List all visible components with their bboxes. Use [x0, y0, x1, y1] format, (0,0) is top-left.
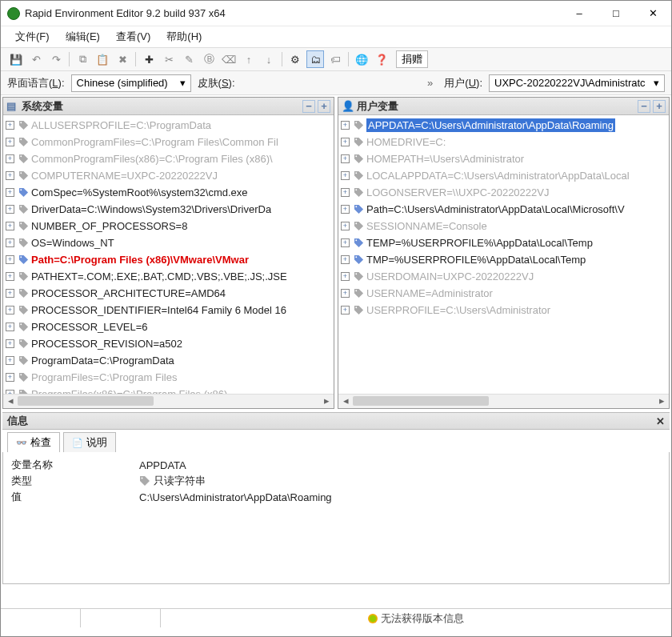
expand-icon[interactable]: + — [341, 238, 350, 247]
up-icon[interactable]: ↑ — [240, 50, 258, 68]
user-vars-tree[interactable]: +APPDATA=C:\Users\Administrator\AppData\… — [338, 115, 669, 394]
redo-icon[interactable]: ↷ — [47, 50, 65, 68]
scroll-thumb[interactable] — [18, 396, 154, 406]
gear-icon[interactable]: ⚙ — [286, 50, 304, 68]
hscrollbar[interactable]: ◂ ▸ — [338, 394, 669, 408]
expand-icon[interactable]: + — [318, 100, 330, 113]
var-row[interactable]: +CommonProgramFiles(x86)=C:\Program File… — [3, 150, 334, 167]
hscrollbar[interactable]: ◂ ▸ — [3, 394, 334, 408]
undo-icon[interactable]: ↶ — [27, 50, 45, 68]
expand-icon[interactable]: + — [341, 255, 350, 264]
var-row[interactable]: +HOMEPATH=\Users\Administrator — [338, 150, 669, 167]
expand-icon[interactable]: + — [6, 238, 14, 247]
var-row[interactable]: +TEMP=%USERPROFILE%\AppData\Local\Temp — [338, 234, 669, 251]
var-row[interactable]: +ProgramData=C:\ProgramData — [3, 352, 334, 369]
var-row[interactable]: +Path=C:\Program Files (x86)\VMware\VMwa… — [3, 251, 334, 268]
menu-view[interactable]: 查看(V) — [108, 28, 158, 46]
expand-icon[interactable]: + — [653, 100, 666, 113]
expand-icon[interactable]: + — [6, 373, 14, 382]
var-row[interactable]: +COMPUTERNAME=UXPC-20220222VJ — [3, 167, 334, 184]
menu-edit[interactable]: 编辑(E) — [58, 28, 108, 46]
scroll-left-icon[interactable]: ◂ — [338, 395, 353, 408]
var-row[interactable]: +LOCALAPPDATA=C:\Users\Administrator\App… — [338, 167, 669, 184]
scroll-right-icon[interactable]: ▸ — [319, 395, 334, 408]
lang-select[interactable]: Chinese (simplified)▾ — [71, 74, 191, 92]
globe-icon[interactable]: 🌐 — [353, 50, 370, 68]
expand-icon[interactable]: + — [6, 272, 14, 281]
expand-icon[interactable]: + — [6, 138, 14, 146]
add-icon[interactable]: ✚ — [140, 50, 158, 68]
donate-button[interactable]: 捐赠 — [396, 50, 428, 68]
var-row[interactable]: +USERPROFILE=C:\Users\Administrator — [338, 302, 669, 318]
expand-icon[interactable]: + — [6, 171, 14, 180]
expander-icon[interactable]: » — [422, 77, 438, 89]
maximize-button[interactable]: □ — [598, 1, 634, 26]
cut-icon[interactable]: ✂ — [160, 50, 178, 68]
var-row[interactable]: +PROCESSOR_ARCHITECTURE=AMD64 — [3, 285, 334, 302]
delete-icon[interactable]: ✖ — [114, 50, 131, 68]
var-row[interactable]: +SESSIONNAME=Console — [338, 218, 669, 234]
expand-icon[interactable]: + — [341, 121, 350, 130]
expand-icon[interactable]: + — [6, 121, 14, 130]
clear-icon[interactable]: ⌫ — [220, 50, 238, 68]
var-row[interactable]: +Path=C:\Users\Administrator\AppData\Loc… — [338, 201, 669, 218]
expand-icon[interactable]: + — [341, 289, 350, 298]
var-row[interactable]: +HOMEDRIVE=C: — [338, 134, 669, 150]
expand-icon[interactable]: + — [6, 205, 14, 214]
var-row[interactable]: +ProgramFiles=C:\Program Files — [3, 369, 334, 386]
close-button[interactable]: ✕ — [634, 1, 671, 26]
expand-icon[interactable]: + — [341, 306, 350, 314]
var-row[interactable]: +DriverData=C:\Windows\System32\Drivers\… — [3, 201, 334, 218]
expand-icon[interactable]: + — [341, 188, 350, 197]
var-row[interactable]: +PATHEXT=.COM;.EXE;.BAT;.CMD;.VBS;.VBE;.… — [3, 268, 334, 285]
expand-icon[interactable]: + — [6, 255, 14, 264]
system-vars-tree[interactable]: +ALLUSERSPROFILE=C:\ProgramData+CommonPr… — [3, 115, 334, 394]
copy-icon[interactable]: ⧉ — [74, 50, 91, 68]
expand-icon[interactable]: + — [341, 154, 350, 163]
scroll-thumb[interactable] — [353, 396, 489, 406]
var-row[interactable]: +PROCESSOR_REVISION=a502 — [3, 335, 334, 352]
info-close-icon[interactable]: ✕ — [656, 415, 665, 427]
save-icon[interactable]: 💾 — [7, 50, 25, 68]
expand-icon[interactable]: + — [6, 306, 14, 314]
expand-icon[interactable]: + — [341, 222, 350, 230]
var-row[interactable]: +LOGONSERVER=\\UXPC-20220222VJ — [338, 184, 669, 201]
menu-file[interactable]: 文件(F) — [7, 28, 58, 46]
expand-icon[interactable]: + — [6, 154, 14, 163]
var-row[interactable]: +PROCESSOR_LEVEL=6 — [3, 318, 334, 335]
tag-icon[interactable]: 🏷 — [326, 50, 344, 68]
folders-icon[interactable]: 🗂 — [306, 50, 324, 68]
edit-icon[interactable]: ✎ — [180, 50, 198, 68]
expand-icon[interactable]: + — [6, 339, 14, 348]
user-select[interactable]: UXPC-20220222VJ\Administratc▾ — [489, 74, 665, 92]
var-row[interactable]: +APPDATA=C:\Users\Administrator\AppData\… — [338, 117, 669, 134]
expand-icon[interactable]: + — [341, 171, 350, 180]
collapse-icon[interactable]: − — [302, 100, 315, 113]
var-row[interactable]: +ComSpec=%SystemRoot%\system32\cmd.exe — [3, 184, 334, 201]
help-icon[interactable]: ❓ — [373, 50, 390, 68]
expand-icon[interactable]: + — [6, 188, 14, 197]
var-row[interactable]: +OS=Windows_NT — [3, 234, 334, 251]
expand-icon[interactable]: + — [6, 323, 14, 331]
var-row[interactable]: +CommonProgramFiles=C:\Program Files\Com… — [3, 134, 334, 150]
expand-icon[interactable]: + — [341, 272, 350, 281]
tab-inspect[interactable]: 👓检查 — [7, 432, 60, 452]
collapse-icon[interactable]: − — [638, 100, 650, 113]
var-row[interactable]: +USERDOMAIN=UXPC-20220222VJ — [338, 268, 669, 285]
expand-icon[interactable]: + — [6, 222, 14, 230]
paste-icon[interactable]: 📋 — [94, 50, 111, 68]
var-row[interactable]: +PROCESSOR_IDENTIFIER=Intel64 Family 6 M… — [3, 302, 334, 318]
var-row[interactable]: +ALLUSERSPROFILE=C:\ProgramData — [3, 117, 334, 134]
var-row[interactable]: +USERNAME=Administrator — [338, 285, 669, 302]
var-row[interactable]: +TMP=%USERPROFILE%\AppData\Local\Temp — [338, 251, 669, 268]
expand-icon[interactable]: + — [6, 289, 14, 298]
expand-icon[interactable]: + — [6, 356, 14, 365]
var-row[interactable]: +NUMBER_OF_PROCESSORS=8 — [3, 218, 334, 234]
var-row[interactable]: +ProgramFiles(x86)=C:\Program Files (x86… — [3, 386, 334, 394]
bold-icon[interactable]: Ⓑ — [200, 50, 218, 68]
scroll-left-icon[interactable]: ◂ — [3, 395, 18, 408]
expand-icon[interactable]: + — [341, 138, 350, 146]
tab-description[interactable]: 📄说明 — [63, 432, 116, 452]
expand-icon[interactable]: + — [341, 205, 350, 214]
menu-help[interactable]: 帮助(H) — [158, 28, 210, 46]
